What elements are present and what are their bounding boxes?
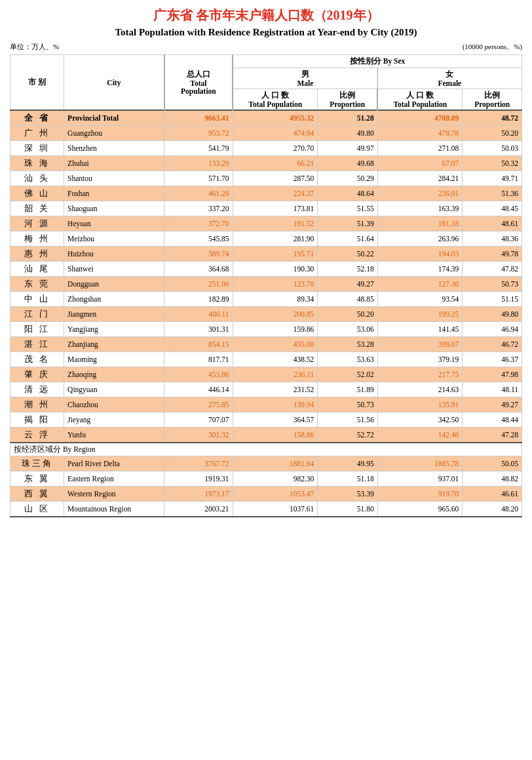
city-en-cell: Dongguan <box>64 277 164 292</box>
female-prop-cell: 49.80 <box>463 307 522 322</box>
male-prop-cell: 51.80 <box>318 502 377 517</box>
city-cn-cell: 惠 州 <box>10 247 64 262</box>
city-en-cell: Zhaoqing <box>64 367 164 382</box>
city-en-cell: Chaozhou <box>64 397 164 412</box>
city-cn-cell: 深 圳 <box>10 141 64 156</box>
header-city-cn: 市 别 <box>10 55 64 111</box>
male-prop-cell: 51.55 <box>318 201 377 216</box>
total-pop-cell: 2003.21 <box>164 502 233 517</box>
female-prop-cell: 46.72 <box>463 337 522 352</box>
male-pop-cell: 1881.94 <box>233 456 318 471</box>
female-pop-cell: 965.60 <box>377 502 463 517</box>
table-row: 中 山Zhongshan182.8989.3448.8593.5451.15 <box>10 292 522 307</box>
header-male-prop: 比例 Proportion <box>318 89 377 111</box>
male-prop-cell: 51.56 <box>318 412 377 428</box>
male-pop-cell: 4955.32 <box>233 110 318 126</box>
table-row: 揭 阳Jieyang707.07364.5751.56342.5048.44 <box>10 412 522 428</box>
female-pop-cell: 194.03 <box>377 247 463 262</box>
table-row: 肇 庆Zhaoqing453.86236.1152.02217.7547.98 <box>10 367 522 382</box>
male-pop-cell: 191.52 <box>233 216 318 231</box>
male-pop-cell: 287.50 <box>233 171 318 186</box>
city-cn-cell: 梅 州 <box>10 231 64 247</box>
male-pop-cell: 364.57 <box>233 412 318 428</box>
female-pop-cell: 478.78 <box>377 126 463 141</box>
total-pop-cell: 372.70 <box>164 216 233 231</box>
female-prop-cell: 49.78 <box>463 247 522 262</box>
female-prop-cell: 50.32 <box>463 156 522 171</box>
male-prop-cell: 49.95 <box>318 456 377 471</box>
male-prop-cell: 53.06 <box>318 322 377 337</box>
male-pop-cell: 236.11 <box>233 367 318 382</box>
female-pop-cell: 135.91 <box>377 397 463 412</box>
city-en-cell: Zhongshan <box>64 292 164 307</box>
city-en-cell: Provincial Total <box>64 110 164 126</box>
male-pop-cell: 438.52 <box>233 352 318 367</box>
table-row: 山 区Mountainous Region2003.211037.6151.80… <box>10 502 522 517</box>
female-pop-cell: 142.46 <box>377 428 463 443</box>
male-prop-cell: 49.97 <box>318 141 377 156</box>
total-pop-cell: 541.79 <box>164 141 233 156</box>
table-row: 河 源Heyuan372.70191.5251.39181.1848.61 <box>10 216 522 231</box>
header-row-1: 市 别 City 总人口 Total Population 按性别分 By Se… <box>10 55 522 68</box>
table-row: 汕 头Shantou571.70287.5050.29284.2149.71 <box>10 171 522 186</box>
table-row: 东 翼Eastern Region1919.31982.3051.18937.0… <box>10 471 522 487</box>
city-en-cell: Foshan <box>64 186 164 201</box>
male-pop-cell: 281.90 <box>233 231 318 247</box>
male-prop-cell: 52.72 <box>318 428 377 443</box>
city-cn-cell: 云 浮 <box>10 428 64 443</box>
male-pop-cell: 270.70 <box>233 141 318 156</box>
female-pop-cell: 263.96 <box>377 231 463 247</box>
male-pop-cell: 89.34 <box>233 292 318 307</box>
total-pop-cell: 453.86 <box>164 367 233 382</box>
total-pop-cell: 545.85 <box>164 231 233 247</box>
city-en-cell: Shaoguan <box>64 201 164 216</box>
total-pop-cell: 9663.41 <box>164 110 233 126</box>
female-pop-cell: 4708.09 <box>377 110 463 126</box>
female-prop-cell: 51.36 <box>463 186 522 201</box>
male-prop-cell: 50.73 <box>318 397 377 412</box>
female-prop-cell: 46.61 <box>463 487 522 502</box>
city-en-cell: Guangzhou <box>64 126 164 141</box>
city-cn-cell: 河 源 <box>10 216 64 231</box>
female-pop-cell: 937.01 <box>377 471 463 487</box>
city-cn-cell: 珠三角 <box>10 456 64 471</box>
female-prop-cell: 49.27 <box>463 397 522 412</box>
female-prop-cell: 50.03 <box>463 141 522 156</box>
table-row: 韶 关Shaoguan337.20173.8151.55163.3948.45 <box>10 201 522 216</box>
city-cn-cell: 肇 庆 <box>10 367 64 382</box>
total-pop-cell: 953.72 <box>164 126 233 141</box>
male-prop-cell: 53.39 <box>318 487 377 502</box>
table-row: 湛 江Zhanjiang854.15455.0853.28399.0746.72 <box>10 337 522 352</box>
male-prop-cell: 48.64 <box>318 186 377 201</box>
female-pop-cell: 199.25 <box>377 307 463 322</box>
city-cn-cell: 广 州 <box>10 126 64 141</box>
city-en-cell: Jiangmen <box>64 307 164 322</box>
female-pop-cell: 67.07 <box>377 156 463 171</box>
city-en-cell: Huizhou <box>64 247 164 262</box>
city-en-cell: Heyuan <box>64 216 164 231</box>
male-pop-cell: 123.70 <box>233 277 318 292</box>
city-en-cell: Yangjiang <box>64 322 164 337</box>
male-pop-cell: 455.08 <box>233 337 318 352</box>
city-en-cell: Western Region <box>64 487 164 502</box>
female-prop-cell: 49.71 <box>463 171 522 186</box>
total-pop-cell: 854.15 <box>164 337 233 352</box>
female-pop-cell: 93.54 <box>377 292 463 307</box>
table-row: 江 门Jiangmen400.11200.8550.20199.2549.80 <box>10 307 522 322</box>
city-cn-cell: 汕 头 <box>10 171 64 186</box>
table-row: 茂 名Maoming817.71438.5253.63379.1946.37 <box>10 352 522 367</box>
total-pop-cell: 1919.31 <box>164 471 233 487</box>
female-prop-cell: 48.72 <box>463 110 522 126</box>
page: 广东省 各市年末户籍人口数（2019年） Total Population wi… <box>0 0 532 524</box>
table-row: 珠三角Pearl River Delta3767.721881.9449.951… <box>10 456 522 471</box>
total-pop-cell: 707.07 <box>164 412 233 428</box>
city-cn-cell: 珠 海 <box>10 156 64 171</box>
city-en-cell: Mountainous Region <box>64 502 164 517</box>
male-pop-cell: 224.37 <box>233 186 318 201</box>
city-en-cell: Meizhou <box>64 231 164 247</box>
male-prop-cell: 53.63 <box>318 352 377 367</box>
city-cn-cell: 中 山 <box>10 292 64 307</box>
female-prop-cell: 48.11 <box>463 382 522 397</box>
female-prop-cell: 46.94 <box>463 322 522 337</box>
male-prop-cell: 51.18 <box>318 471 377 487</box>
